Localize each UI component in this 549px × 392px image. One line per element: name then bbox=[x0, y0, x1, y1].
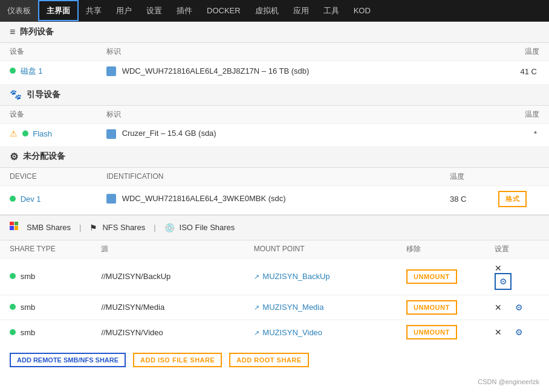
array-icon: ≡ bbox=[10, 27, 15, 37]
mount-link-1[interactable]: MUZISYN_BackUp bbox=[262, 272, 330, 281]
boot-device-row: ⚠ Flash Cruzer_Fit – 15.4 GB (sda) * bbox=[0, 124, 549, 144]
status-dot-green-unasgn bbox=[10, 196, 16, 202]
boot-col-id: 标识 bbox=[97, 106, 501, 124]
share-source-1: //MUZISYN/BackUp bbox=[101, 272, 171, 281]
shares-col-source: 源 bbox=[91, 240, 244, 259]
share-row-2: smb //MUZISYN/Media ↗ MUZISYN_Media UNMO… bbox=[0, 295, 549, 320]
share-row-3: smb //MUZISYN/Video ↗ MUZISYN_Video UNMO… bbox=[0, 320, 549, 345]
unasgn-disk-temp: 38 C bbox=[450, 194, 466, 204]
unmount-btn-1[interactable]: UNMOUNT bbox=[406, 269, 457, 284]
unasgn-disk-id: WDC_WUH721816ALE6L4_3WKE0MBK (sdc) bbox=[122, 194, 286, 203]
share-status-2 bbox=[10, 304, 16, 310]
warn-icon: ⚠ bbox=[10, 129, 18, 138]
col-device: 设备 bbox=[0, 43, 97, 61]
iso-disc-icon: 💿 bbox=[164, 223, 175, 233]
array-device-row: 磁盘 1 WDC_WUH721816ALE6L4_2BJ8Z17N – 16 T… bbox=[0, 61, 549, 82]
boot-disk-id: Cruzer_Fit – 15.4 GB (sda) bbox=[122, 129, 216, 138]
array-devices-title: 阵列设备 bbox=[20, 27, 54, 37]
unassigned-icon: ⚙ bbox=[10, 151, 18, 162]
nfs-flag-icon: ⚑ bbox=[89, 223, 97, 233]
gear-btn-1[interactable]: ⚙ bbox=[495, 273, 512, 290]
ext-link-icon-2: ↗ bbox=[254, 304, 259, 311]
shares-col-remove: 移除 bbox=[397, 240, 485, 259]
nav-plugins[interactable]: 插件 bbox=[169, 0, 200, 21]
array-devices-table: 设备 标识 温度 磁盘 1 WDC_WUH721816ALE6L4_2BJ8Z1… bbox=[0, 43, 549, 82]
nav-apps[interactable]: 应用 bbox=[286, 0, 316, 21]
smb-windows-icon bbox=[10, 222, 22, 234]
mount-link-2[interactable]: MUZISYN_Media bbox=[262, 303, 323, 312]
unassigned-devices-title: 未分配设备 bbox=[23, 151, 65, 162]
share-type-3: smb bbox=[21, 328, 36, 337]
remove-x-3[interactable]: ✕ bbox=[495, 327, 502, 337]
unassigned-device-row: Dev 1 WDC_WUH721816ALE6L4_3WKE0MBK (sdc)… bbox=[0, 185, 549, 212]
share-status-1 bbox=[10, 273, 16, 279]
ext-link-icon-1: ↗ bbox=[254, 273, 259, 280]
unasgn-col-device: DEVICE bbox=[0, 168, 97, 186]
remove-x-2[interactable]: ✕ bbox=[495, 303, 502, 312]
disk-id: WDC_WUH721816ALE6L4_2BJ8Z17N – 16 TB (sd… bbox=[122, 66, 310, 76]
format-button[interactable]: 格式 bbox=[498, 191, 527, 207]
gear-btn-2[interactable]: ⚙ bbox=[512, 300, 526, 315]
array-devices-header: ≡ 阵列设备 bbox=[0, 22, 549, 43]
nav-share[interactable]: 共享 bbox=[79, 0, 109, 21]
shares-navigation: SMB Shares | ⚑ NFS Shares | 💿 ISO File S… bbox=[0, 214, 549, 240]
status-dot-green-boot bbox=[22, 130, 28, 137]
ext-link-icon-3: ↗ bbox=[254, 329, 259, 336]
nav-tools[interactable]: 工具 bbox=[316, 0, 346, 21]
boot-devices-header: 🐾 引导设备 bbox=[0, 84, 549, 106]
boot-devices-title: 引导设备 bbox=[27, 89, 60, 100]
gear-btn-3[interactable]: ⚙ bbox=[512, 325, 526, 339]
share-source-3: //MUZISYN/Video bbox=[101, 328, 163, 337]
unasgn-col-id: IDENTIFICATION bbox=[97, 168, 440, 186]
disk-link[interactable]: 磁盘 1 bbox=[21, 66, 43, 76]
mount-link-3[interactable]: MUZISYN_Video bbox=[262, 328, 322, 337]
iso-shares-nav[interactable]: ISO File Shares bbox=[180, 223, 235, 232]
disk-icon bbox=[106, 66, 116, 76]
nav-docker[interactable]: DOCKER bbox=[200, 0, 248, 21]
flash-link[interactable]: Flash bbox=[33, 129, 52, 138]
csdn-credit: CSDN @engineerlzk bbox=[478, 378, 539, 385]
col-id: 标识 bbox=[97, 43, 501, 61]
nav-vm[interactable]: 虚拟机 bbox=[248, 0, 286, 21]
remove-x-1[interactable]: ✕ bbox=[495, 263, 502, 273]
unmount-btn-3[interactable]: UNMOUNT bbox=[406, 325, 457, 339]
share-row-1: smb //MUZISYN/BackUp ↗ MUZISYN_BackUp UN… bbox=[0, 258, 549, 295]
col-temp: 温度 bbox=[501, 43, 549, 61]
top-navigation: 仪表板 主界面 共享 用户 设置 插件 DOCKER 虚拟机 应用 工具 KOD bbox=[0, 0, 549, 22]
boot-disk-temp: * bbox=[534, 129, 537, 138]
nav-kod[interactable]: KOD bbox=[346, 0, 378, 21]
pipe-2: | bbox=[154, 223, 155, 232]
unassigned-devices-table: DEVICE IDENTIFICATION 温度 Dev 1 WDC_WUH72… bbox=[0, 168, 549, 212]
shares-table: SHARE TYPE 源 MOUNT POINT 移除 设置 smb //MUZ… bbox=[0, 240, 549, 345]
nav-users[interactable]: 用户 bbox=[109, 0, 139, 21]
nav-main[interactable]: 主界面 bbox=[38, 0, 79, 21]
action-buttons-row: ADD REMOTE SMB/NFS SHARE ADD ISO FILE SH… bbox=[0, 344, 549, 376]
pipe-1: | bbox=[79, 223, 81, 232]
add-iso-button[interactable]: ADD ISO FILE SHARE bbox=[133, 353, 222, 367]
shares-col-type: SHARE TYPE bbox=[0, 240, 91, 259]
shares-col-settings: 设置 bbox=[485, 240, 549, 259]
boot-disk-icon bbox=[106, 129, 116, 139]
nav-settings[interactable]: 设置 bbox=[139, 0, 169, 21]
add-root-button[interactable]: ADD ROOT SHARE bbox=[229, 353, 308, 367]
footer: CSDN @engineerlzk bbox=[0, 376, 549, 388]
boot-col-temp: 温度 bbox=[501, 106, 549, 124]
disk-temp: 41 C bbox=[521, 67, 537, 76]
shares-col-mount: MOUNT POINT bbox=[244, 240, 397, 259]
unasgn-disk-icon bbox=[106, 194, 116, 204]
main-content: ≡ 阵列设备 设备 标识 温度 磁盘 1 WDC_WUH721816ALE6L4… bbox=[0, 22, 549, 392]
nfs-shares-nav[interactable]: NFS Shares bbox=[102, 223, 145, 232]
smb-shares-nav[interactable]: SMB Shares bbox=[27, 223, 71, 232]
unasgn-col-action bbox=[489, 168, 549, 186]
share-source-2: //MUZISYN/Media bbox=[101, 303, 164, 312]
nav-dashboard[interactable]: 仪表板 bbox=[0, 0, 38, 21]
unasgn-col-temp: 温度 bbox=[440, 168, 489, 186]
unassigned-devices-header: ⚙ 未分配设备 bbox=[0, 146, 549, 168]
boot-icon: 🐾 bbox=[10, 89, 22, 100]
boot-devices-table: 设备 标识 温度 ⚠ Flash Cruzer_Fit – 15.4 GB (s… bbox=[0, 106, 549, 144]
dev1-link[interactable]: Dev 1 bbox=[21, 194, 41, 204]
unmount-btn-2[interactable]: UNMOUNT bbox=[406, 300, 457, 315]
boot-col-device: 设备 bbox=[0, 106, 97, 124]
add-smb-nfs-button[interactable]: ADD REMOTE SMB/NFS SHARE bbox=[10, 353, 126, 367]
share-type-1: smb bbox=[21, 272, 36, 281]
